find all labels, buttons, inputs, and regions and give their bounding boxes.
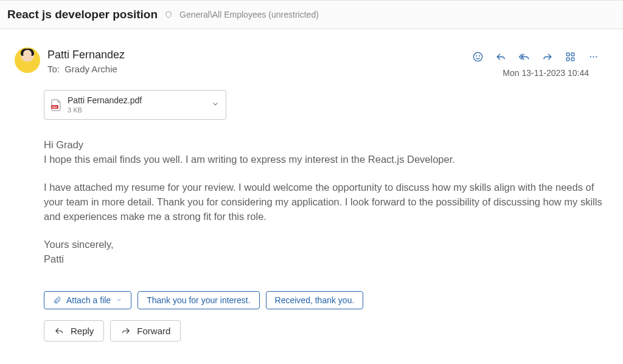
svg-rect-4 <box>571 53 574 56</box>
attachment-row: PDF Patti Fernandez.pdf 3 KB <box>44 90 618 120</box>
attachment-size: 3 KB <box>68 106 142 115</box>
forward-arrow-icon <box>541 51 553 63</box>
forward-action-label: Forward <box>137 326 170 336</box>
svg-rect-5 <box>566 58 569 61</box>
reply-all-icon <box>518 51 530 63</box>
svg-point-2 <box>479 55 479 56</box>
sender-name[interactable]: Patti Fernandez <box>47 47 467 63</box>
message-body: Hi Grady I hope this email finds you wel… <box>44 138 604 266</box>
body-signature: Patti <box>44 253 64 264</box>
recipient-line[interactable]: To: Grady Archie <box>47 64 467 74</box>
body-paragraph-2: I have attached my resume for your revie… <box>44 180 604 224</box>
to-label: To: <box>47 64 60 74</box>
svg-rect-6 <box>571 58 574 61</box>
body-line-1: I hope this email finds you well. I am w… <box>44 154 455 165</box>
suggestion-row: Attach a file Thank you for your interes… <box>44 291 618 309</box>
subject-text: React js developer position <box>7 8 158 21</box>
attachment-name: Patti Fernandez.pdf <box>68 95 142 106</box>
suggested-reply-1-label: Thank you for your interest. <box>147 295 250 305</box>
suggested-reply-1[interactable]: Thank you for your interest. <box>137 291 259 309</box>
attach-file-button[interactable]: Attach a file <box>44 291 131 309</box>
svg-text:PDF: PDF <box>52 105 58 108</box>
message-card: Patti Fernandez To: Grady Archie <box>5 41 618 342</box>
svg-point-9 <box>596 56 597 57</box>
reply-all-button[interactable] <box>513 47 534 66</box>
pdf-icon: PDF <box>50 99 61 111</box>
react-button[interactable] <box>467 47 488 66</box>
forward-action-button[interactable]: Forward <box>110 320 181 342</box>
chevron-down-icon <box>211 100 220 108</box>
svg-rect-3 <box>566 53 569 56</box>
message-header: Patti Fernandez To: Grady Archie <box>5 41 618 78</box>
shield-icon <box>164 10 173 19</box>
paperclip-icon <box>53 296 61 304</box>
recipient-name: Grady Archie <box>64 64 117 74</box>
apps-button[interactable] <box>560 47 580 66</box>
reply-action-button[interactable]: Reply <box>44 320 104 342</box>
body-greeting: Hi Grady <box>44 139 83 150</box>
svg-point-8 <box>593 56 594 57</box>
reply-icon <box>495 51 507 63</box>
attach-file-label: Attach a file <box>66 295 111 305</box>
smile-icon <box>472 51 484 63</box>
reply-action-label: Reply <box>71 326 94 336</box>
body-signoff: Yours sincerely, <box>44 239 114 250</box>
svg-point-0 <box>473 52 482 61</box>
forward-arrow-icon <box>120 326 131 336</box>
svg-point-7 <box>590 56 591 57</box>
classification-label: General\All Employees (unrestricted) <box>179 10 319 19</box>
suggested-reply-2[interactable]: Received, thank you. <box>266 291 364 309</box>
attachment-menu-button[interactable] <box>211 100 220 111</box>
subject-bar: React js developer position General\All … <box>0 0 623 29</box>
avatar[interactable] <box>15 47 40 73</box>
forward-button[interactable] <box>537 47 557 66</box>
attachment-chip[interactable]: PDF Patti Fernandez.pdf 3 KB <box>44 90 226 120</box>
apps-icon <box>565 51 576 63</box>
header-toolbar <box>467 47 604 66</box>
timestamp: Mon 13-11-2023 10:44 <box>503 68 604 78</box>
suggested-reply-2-label: Received, thank you. <box>275 295 355 305</box>
svg-point-1 <box>476 55 476 56</box>
more-icon <box>588 51 599 63</box>
more-button[interactable] <box>583 47 604 66</box>
reply-button[interactable] <box>490 47 511 66</box>
reply-icon <box>54 326 64 336</box>
action-row: Reply Forward <box>44 320 618 342</box>
chevron-down-icon <box>116 297 122 303</box>
